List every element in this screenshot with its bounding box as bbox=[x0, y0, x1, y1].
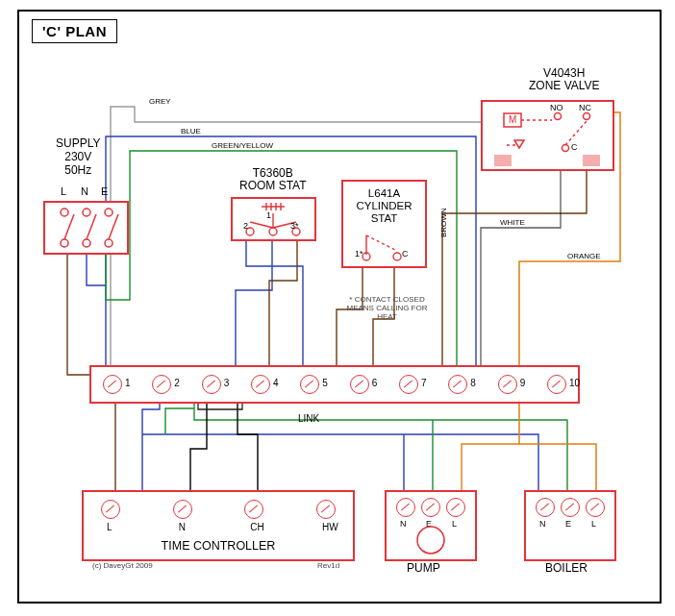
boiler-box: N E L bbox=[524, 490, 616, 561]
copyright: (c) DaveyGt 2009 bbox=[92, 561, 153, 570]
svg-text:WHITE: WHITE bbox=[500, 218, 525, 227]
svg-point-6 bbox=[61, 209, 68, 216]
svg-text:BLUE: BLUE bbox=[181, 127, 201, 136]
supply-E: E bbox=[101, 185, 108, 197]
cylstat-box: L641ACYLINDERSTAT 1* C bbox=[341, 180, 427, 268]
svg-text:GREY: GREY bbox=[149, 97, 171, 106]
pump-label: PUMP bbox=[407, 561, 440, 575]
svg-point-10 bbox=[83, 239, 90, 247]
svg-text:BROWN: BROWN bbox=[439, 208, 448, 237]
svg-point-24 bbox=[393, 253, 401, 260]
svg-point-27 bbox=[584, 113, 590, 120]
supply-label: SUPPLY 230V 50Hz bbox=[56, 136, 100, 177]
svg-text:ORANGE: ORANGE bbox=[567, 252, 601, 260]
roomstat-label: T6360BROOM STAT bbox=[239, 167, 307, 192]
svg-point-26 bbox=[555, 113, 562, 120]
svg-point-9 bbox=[61, 239, 68, 247]
svg-line-16 bbox=[250, 222, 273, 228]
svg-point-30 bbox=[562, 145, 569, 152]
svg-rect-33 bbox=[583, 155, 600, 166]
svg-text:GREEN/YELLOW: GREEN/YELLOW bbox=[212, 141, 273, 150]
terminal-bus: 1 2 3 4 5 6 7 8 9 10 bbox=[89, 365, 580, 404]
cylstat-note: * CONTACT CLOSED MEANS CALLING FOR HEAT bbox=[346, 295, 428, 321]
pump-box: N E L bbox=[385, 490, 477, 561]
svg-point-19 bbox=[269, 228, 277, 235]
zone-box: M NO NC C bbox=[481, 100, 614, 171]
revision: Rev1d bbox=[317, 561, 339, 570]
boiler-label: BOILER bbox=[545, 561, 588, 575]
svg-line-13 bbox=[87, 214, 96, 239]
supply-N: N bbox=[81, 185, 88, 197]
zone-label: V4043HZONE VALVE bbox=[529, 67, 600, 92]
link-label: LINK bbox=[298, 413, 319, 424]
time-controller-box: L N CH HW TIME CONTROLLER bbox=[82, 490, 355, 561]
svg-point-8 bbox=[105, 209, 112, 216]
roomstat-box: 2 1 3* bbox=[231, 197, 316, 241]
supply-L: L bbox=[61, 185, 66, 197]
svg-point-7 bbox=[83, 209, 90, 216]
svg-line-23 bbox=[366, 235, 397, 251]
frame: 'C' PLAN GREY BLUE GREEN/YELLOW bbox=[17, 10, 662, 604]
svg-line-12 bbox=[64, 214, 74, 239]
supply-box bbox=[43, 201, 129, 255]
svg-point-11 bbox=[105, 239, 112, 247]
svg-line-14 bbox=[109, 214, 118, 239]
svg-rect-32 bbox=[494, 155, 512, 166]
